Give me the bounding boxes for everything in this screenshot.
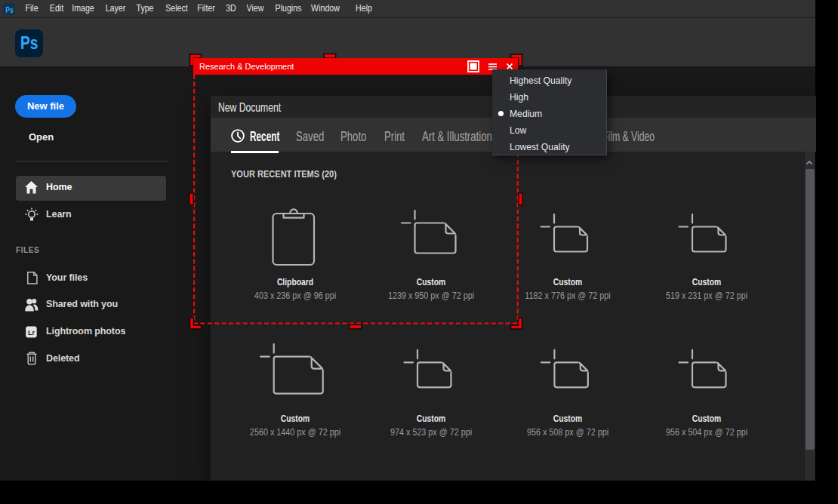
svg-text:Lr: Lr: [28, 329, 35, 337]
